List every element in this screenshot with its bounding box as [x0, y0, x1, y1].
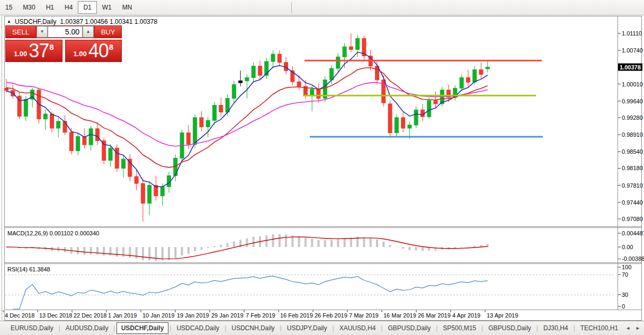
tab-separator: | [59, 324, 60, 332]
one-click-trading-panel: SELL ▼ ▲ BUY 1.00 37 8 [5, 25, 122, 62]
candle-body [200, 118, 203, 127]
tab-gbpusd-daily[interactable]: GBPUSD,Daily [383, 322, 435, 334]
timeframe-buttons: 15M30H1H4D1W1MN [0, 0, 137, 15]
tab-usdjpy-daily[interactable]: USDJPY,Daily [283, 322, 332, 334]
chevron-up-icon: ▲ [86, 30, 91, 34]
tab-separator: | [280, 324, 282, 332]
timeframe-button-w1[interactable]: W1 [97, 1, 117, 14]
candle-body [460, 77, 463, 88]
timeframe-button-h4[interactable]: H4 [59, 1, 78, 14]
candle-body [43, 114, 47, 119]
tab-xauusd-h4[interactable]: XAUUSD,H4 [335, 322, 380, 334]
chart-ohlc-values: 1.00387 1.00456 1.00341 1.00378 [60, 18, 158, 25]
candle-body [297, 82, 301, 86]
timeframe-button-m30[interactable]: M30 [17, 1, 40, 14]
candle-body [408, 125, 412, 128]
candle-body [57, 121, 60, 128]
price-axis-label: 0.97440 [622, 199, 643, 206]
candle-body [102, 140, 106, 160]
price-axis-label: 1.01110 [622, 30, 642, 37]
date-label: 19 Jan 2019 [177, 312, 209, 319]
candle-body [89, 129, 93, 145]
tab-usdchf-daily[interactable]: USDCHF,Daily [117, 322, 169, 334]
candle-body [213, 105, 217, 121]
volume-decrease-button[interactable]: ▼ [37, 26, 48, 38]
tab-dj30-h4[interactable]: DJ30,H4 [539, 322, 573, 334]
candle-body [427, 101, 431, 117]
tab-separator: | [333, 324, 334, 332]
price-axis-label: 0.98180 [622, 165, 643, 171]
date-label: 7 Feb 2019 [246, 312, 275, 319]
macd-axis-label: 0.004487 [622, 230, 644, 236]
scroll-left-icon[interactable]: ◄ [625, 325, 630, 331]
timeframe-button-h1[interactable]: H1 [41, 1, 59, 14]
date-label: 1 Jan 2019 [108, 312, 137, 319]
date-label: 10 Jan 2019 [142, 312, 175, 319]
rsi-axis-label: 30 [622, 292, 628, 298]
buy-button[interactable]: BUY [95, 26, 121, 38]
volume-input[interactable] [48, 26, 83, 38]
candle-body [258, 66, 262, 75]
date-label: 4 Apr 2019 [452, 312, 480, 319]
trading-platform-window: 15M30H1H4D1W1MN 1.011101.007401.000100.9… [0, 0, 644, 335]
timeframe-button-mn[interactable]: MN [117, 1, 138, 14]
candle-body [232, 84, 236, 98]
candle-body [63, 121, 67, 133]
tab-separator: | [114, 324, 115, 332]
tab-audusd-daily[interactable]: AUDUSD,Daily [61, 322, 113, 334]
date-label: 13 Dec 2018 [39, 312, 72, 319]
price-axis-label: 0.97080 [622, 216, 643, 222]
tab-scroll-arrows: ◄ ► [625, 325, 640, 331]
price-axis-label: 1.00010 [622, 81, 643, 87]
candle-body [317, 89, 320, 98]
candle-body [186, 133, 190, 145]
candle-body [479, 70, 483, 75]
sell-price-button[interactable]: 1.00 37 8 [5, 40, 62, 62]
tab-gbpusd-daily[interactable]: GBPUSD,Daily [484, 322, 535, 334]
buy-price-button[interactable]: 1.00 40 8 [65, 40, 122, 62]
candle-body [414, 110, 418, 125]
candle-body [466, 77, 470, 82]
tab-sp500-m15[interactable]: SP500,M15 [439, 322, 480, 334]
date-label: 7 Mar 2019 [349, 312, 379, 319]
tab-eurusd-daily[interactable]: EURUSD,Daily [6, 322, 58, 334]
candle-body [336, 57, 340, 68]
sell-price-prefix: 1.00 [14, 50, 27, 58]
sell-button[interactable]: SELL [6, 26, 35, 38]
candle-body [434, 101, 437, 104]
sell-price-pip: 8 [49, 42, 53, 51]
collapse-icon[interactable]: ▲ [7, 20, 11, 24]
tab-separator: | [536, 324, 538, 332]
candle-body [395, 118, 398, 133]
tab-tech100-h1[interactable]: TECH100,H1 [576, 322, 622, 334]
tab-usdcad-daily[interactable]: USDCAD,Daily [172, 322, 223, 334]
price-axis-label: 0.99640 [622, 98, 643, 104]
tab-separator: | [381, 324, 382, 332]
price-axis-label: 0.98910 [622, 131, 643, 138]
candle-body [141, 183, 145, 203]
candle-body [278, 54, 281, 63]
chart-title: ▲ USDCHF,Daily 1.00387 1.00456 1.00341 1… [7, 18, 157, 25]
chevron-down-icon: ▼ [40, 30, 44, 34]
date-label: 13 Apr 2019 [487, 312, 518, 319]
buy-price-main: 40 [88, 41, 109, 60]
candle-body [69, 133, 73, 151]
candle-body [349, 47, 353, 49]
candle-body [95, 129, 99, 141]
candle-body [388, 104, 392, 133]
volume-increase-button[interactable]: ▲ [83, 26, 94, 38]
tab-separator: | [574, 324, 575, 332]
candle-body [473, 70, 477, 82]
rsi-line [13, 276, 487, 309]
price-axis-label: 0.98540 [622, 148, 643, 155]
candle-body [245, 77, 249, 81]
macd-indicator-title: MACD(12,26,9) 0.001102 0.000340 [7, 230, 99, 236]
scroll-right-icon[interactable]: ► [636, 325, 640, 331]
candle-body [5, 88, 8, 90]
date-label: 16 Feb 2019 [280, 312, 313, 319]
candle-body [219, 105, 223, 112]
tab-usdcnh-daily[interactable]: USDCNH,Daily [227, 322, 279, 334]
timeframe-button-d1[interactable]: D1 [78, 1, 96, 14]
tab-separator: | [225, 324, 226, 332]
timeframe-button-15[interactable]: 15 [0, 1, 17, 14]
